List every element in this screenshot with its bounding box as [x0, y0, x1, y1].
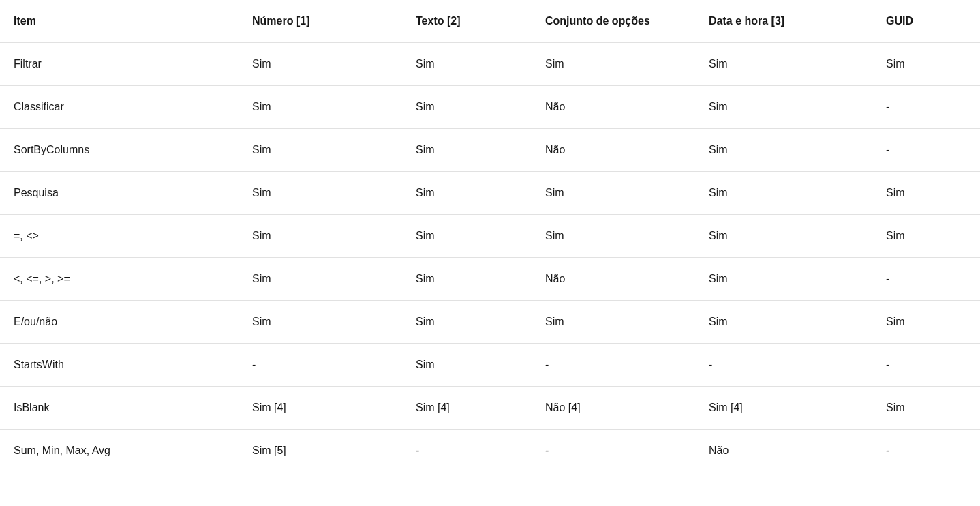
table-row: SortByColumns Sim Sim Não Sim -	[0, 129, 980, 172]
cell-datahora: Não	[695, 430, 872, 473]
header-guid: GUID	[872, 0, 980, 43]
cell-datahora: -	[695, 344, 872, 387]
table-row: StartsWith - Sim - - -	[0, 344, 980, 387]
cell-numero: Sim	[239, 129, 402, 172]
table-row: Filtrar Sim Sim Sim Sim Sim	[0, 43, 980, 86]
cell-texto: Sim	[402, 172, 532, 215]
cell-opcoes: Sim	[532, 301, 695, 344]
cell-opcoes: Sim	[532, 43, 695, 86]
cell-datahora: Sim [4]	[695, 387, 872, 430]
cell-texto: Sim	[402, 86, 532, 129]
cell-numero: -	[239, 344, 402, 387]
cell-item: <, <=, >, >=	[0, 258, 239, 301]
cell-item: StartsWith	[0, 344, 239, 387]
cell-guid: Sim	[872, 301, 980, 344]
cell-opcoes: -	[532, 430, 695, 473]
table-header: Item Número [1] Texto [2] Conjunto de op…	[0, 0, 980, 43]
table-row: E/ou/não Sim Sim Sim Sim Sim	[0, 301, 980, 344]
cell-item: SortByColumns	[0, 129, 239, 172]
cell-item: Sum, Min, Max, Avg	[0, 430, 239, 473]
header-numero: Número [1]	[239, 0, 402, 43]
cell-item: Classificar	[0, 86, 239, 129]
cell-numero: Sim	[239, 258, 402, 301]
cell-texto: Sim	[402, 344, 532, 387]
table-row: <, <=, >, >= Sim Sim Não Sim -	[0, 258, 980, 301]
capability-table: Item Número [1] Texto [2] Conjunto de op…	[0, 0, 980, 472]
cell-item: Pesquisa	[0, 172, 239, 215]
table-row: Sum, Min, Max, Avg Sim [5] - - Não -	[0, 430, 980, 473]
table-row: =, <> Sim Sim Sim Sim Sim	[0, 215, 980, 258]
cell-guid: Sim	[872, 215, 980, 258]
cell-numero: Sim [4]	[239, 387, 402, 430]
cell-guid: -	[872, 258, 980, 301]
table-row: IsBlank Sim [4] Sim [4] Não [4] Sim [4] …	[0, 387, 980, 430]
cell-guid: -	[872, 430, 980, 473]
cell-opcoes: Não [4]	[532, 387, 695, 430]
table-body: Filtrar Sim Sim Sim Sim Sim Classificar …	[0, 43, 980, 473]
cell-opcoes: Não	[532, 86, 695, 129]
cell-texto: -	[402, 430, 532, 473]
cell-datahora: Sim	[695, 301, 872, 344]
cell-datahora: Sim	[695, 258, 872, 301]
cell-opcoes: Não	[532, 129, 695, 172]
cell-numero: Sim	[239, 172, 402, 215]
cell-opcoes: -	[532, 344, 695, 387]
cell-datahora: Sim	[695, 43, 872, 86]
cell-texto: Sim [4]	[402, 387, 532, 430]
cell-texto: Sim	[402, 215, 532, 258]
cell-numero: Sim [5]	[239, 430, 402, 473]
table-row: Classificar Sim Sim Não Sim -	[0, 86, 980, 129]
cell-item: =, <>	[0, 215, 239, 258]
cell-datahora: Sim	[695, 215, 872, 258]
cell-numero: Sim	[239, 215, 402, 258]
cell-guid: -	[872, 86, 980, 129]
cell-texto: Sim	[402, 43, 532, 86]
header-datahora: Data e hora [3]	[695, 0, 872, 43]
cell-datahora: Sim	[695, 86, 872, 129]
cell-opcoes: Sim	[532, 172, 695, 215]
cell-texto: Sim	[402, 258, 532, 301]
cell-opcoes: Não	[532, 258, 695, 301]
cell-opcoes: Sim	[532, 215, 695, 258]
cell-numero: Sim	[239, 301, 402, 344]
header-item: Item	[0, 0, 239, 43]
cell-guid: Sim	[872, 387, 980, 430]
cell-numero: Sim	[239, 86, 402, 129]
cell-datahora: Sim	[695, 129, 872, 172]
cell-item: Filtrar	[0, 43, 239, 86]
cell-datahora: Sim	[695, 172, 872, 215]
header-texto: Texto [2]	[402, 0, 532, 43]
cell-guid: Sim	[872, 43, 980, 86]
table-row: Pesquisa Sim Sim Sim Sim Sim	[0, 172, 980, 215]
cell-item: IsBlank	[0, 387, 239, 430]
header-opcoes: Conjunto de opções	[532, 0, 695, 43]
cell-item: E/ou/não	[0, 301, 239, 344]
cell-guid: -	[872, 129, 980, 172]
cell-numero: Sim	[239, 43, 402, 86]
cell-guid: Sim	[872, 172, 980, 215]
cell-texto: Sim	[402, 129, 532, 172]
cell-guid: -	[872, 344, 980, 387]
cell-texto: Sim	[402, 301, 532, 344]
